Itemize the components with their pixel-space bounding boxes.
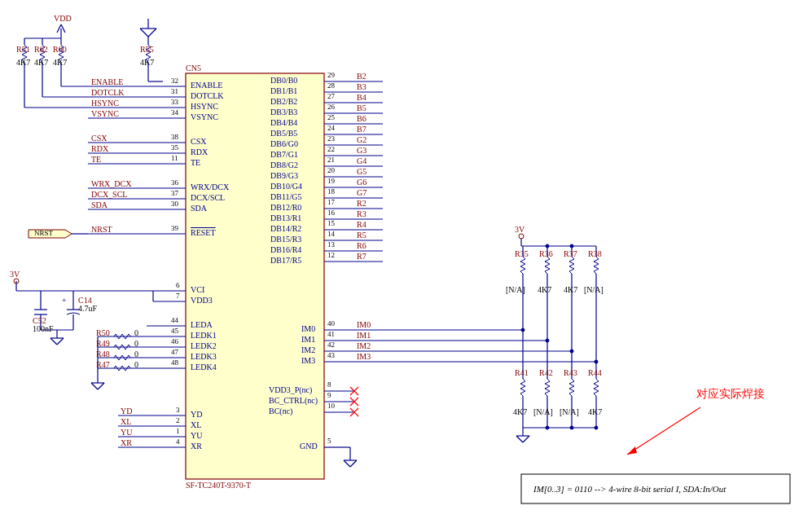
num-xl: 2 <box>176 416 180 424</box>
lbl-enable: ENABLE <box>191 81 222 90</box>
num-lk4: 48 <box>171 358 178 367</box>
r51-ref: R51 <box>16 45 30 54</box>
net-wrx: WRX_DCX <box>91 179 131 188</box>
lbl-DB17/R5: DB17/R5 <box>270 256 301 265</box>
num-DB8/G2: 21 <box>327 156 335 164</box>
lbl-xr: XR <box>191 442 202 451</box>
net-rdx: RDX <box>91 144 108 153</box>
svg-point-122 <box>546 339 549 342</box>
net-yd: YD <box>121 407 132 415</box>
r60-ref: R60 <box>53 45 67 54</box>
num-vdd3: 7 <box>176 292 180 300</box>
net-G4: G4 <box>357 156 366 165</box>
num-hsync: 33 <box>171 98 178 106</box>
lbl-vci: VCI <box>191 285 204 294</box>
r47-ref: R47 <box>96 360 110 369</box>
num-gnd: 5 <box>327 437 331 445</box>
num-IM2: 42 <box>327 341 335 349</box>
r44-val: 4K7 <box>588 407 602 416</box>
net-R2: R2 <box>357 199 366 208</box>
net-B6: B6 <box>357 114 366 123</box>
net-B7: B7 <box>357 125 366 134</box>
annotation-text: 对应实际焊接 <box>696 387 765 402</box>
svg-line-6 <box>61 24 65 33</box>
c52-val: 100nF <box>33 324 54 333</box>
num-BC_CTRL(nc): 9 <box>327 391 331 399</box>
net-IM3: IM3 <box>357 352 371 361</box>
svg-point-128 <box>570 426 573 429</box>
r60-val: 4K7 <box>53 58 67 67</box>
c14-plus: + <box>62 296 67 305</box>
lbl-IM1: IM1 <box>301 335 315 344</box>
lbl-DB10/G4: DB10/G4 <box>270 182 302 191</box>
v3-label-left: 3V <box>10 270 20 279</box>
svg-line-3 <box>148 29 156 37</box>
num-yd: 3 <box>176 406 180 414</box>
svg-point-97 <box>519 234 524 239</box>
num-DB0/B0: 29 <box>327 71 335 79</box>
num-lk1: 45 <box>171 327 178 335</box>
lbl-csx: CSX <box>191 137 206 146</box>
lbl-dcx: DCX/SCL <box>191 193 225 202</box>
lbl-DB13/R1: DB13/R1 <box>270 213 301 222</box>
lbl-hsync: HSYNC <box>191 102 218 111</box>
svg-marker-131 <box>627 446 637 455</box>
num-nrst: 39 <box>171 224 178 232</box>
num-csx: 38 <box>171 133 178 141</box>
num-vci: 6 <box>176 281 180 289</box>
nrst-port-text: NRST <box>34 229 53 237</box>
r42-ref: R42 <box>539 368 553 377</box>
r35-ref: R35 <box>515 249 529 258</box>
lbl-DB2/B2: DB2/B2 <box>270 97 297 106</box>
lbl-lk2: LEDK2 <box>191 341 217 350</box>
lbl-DB8/G2: DB8/G2 <box>270 160 298 169</box>
lbl-gnd: GND <box>300 442 318 451</box>
r43-val: [N/A] <box>560 407 579 416</box>
net-nrst: NRST <box>91 225 112 234</box>
num-lk2: 46 <box>171 337 178 345</box>
lbl-vdd3: VDD3 <box>191 296 213 305</box>
r37-ref: R37 <box>564 249 577 258</box>
svg-point-123 <box>570 350 573 353</box>
net-R7: R7 <box>357 252 366 261</box>
lbl-IM0: IM0 <box>301 324 315 333</box>
num-sda: 30 <box>171 200 178 208</box>
net-te: TE <box>91 155 101 164</box>
net-xr: XR <box>121 438 132 447</box>
svg-point-125 <box>546 244 549 248</box>
svg-point-124 <box>595 360 598 363</box>
num-dcx: 37 <box>171 189 178 197</box>
net-sda: SDA <box>91 200 108 209</box>
r43-ref: R43 <box>564 368 577 377</box>
num-DB7/G1: 22 <box>327 145 335 153</box>
r50-ref: R50 <box>96 328 110 337</box>
num-te: 11 <box>171 154 178 162</box>
lbl-xl: XL <box>191 420 201 429</box>
num-DB17/R5: 12 <box>327 251 335 259</box>
num-DB2/B2: 27 <box>327 92 335 100</box>
net-vsync: VSYNC <box>91 109 119 118</box>
num-yu: 1 <box>176 427 180 435</box>
r55-val: 4K7 <box>140 58 154 67</box>
c14-val: 4.7uF <box>78 304 97 313</box>
svg-point-127 <box>546 426 549 429</box>
lbl-lk3: LEDK3 <box>191 352 217 361</box>
num-dotclk: 31 <box>171 87 178 95</box>
net-G2: G2 <box>357 135 366 144</box>
num-xr: 4 <box>176 437 180 446</box>
net-G3: G3 <box>357 146 366 155</box>
net-R4: R4 <box>357 220 366 229</box>
vdd-symbol <box>57 24 65 38</box>
r51-val: 4K7 <box>16 58 30 67</box>
lbl-wrx: WRX/DCX <box>191 182 229 191</box>
lbl-DB0/B0: DB0/B0 <box>270 76 297 85</box>
annotation-arrow <box>627 407 700 455</box>
net-G6: G6 <box>357 178 366 187</box>
svg-line-2 <box>140 29 148 37</box>
vdd-label: VDD <box>54 14 72 23</box>
lbl-BC(nc): BC(nc) <box>269 407 292 415</box>
lbl-DB7/G1: DB7/G1 <box>270 150 298 159</box>
r42-val: [N/A] <box>533 407 553 416</box>
num-DB4/B4: 25 <box>327 113 335 121</box>
r41-ref: R41 <box>515 368 529 377</box>
